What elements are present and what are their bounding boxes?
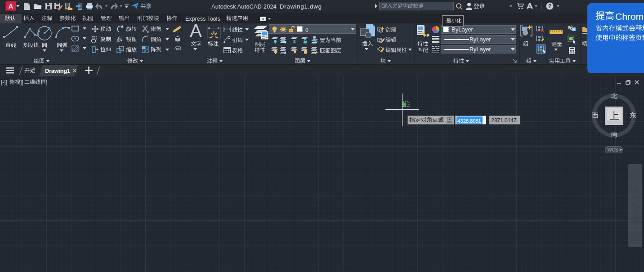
svg-text:?: ? xyxy=(548,3,551,9)
svg-text:A: A xyxy=(9,2,13,10)
